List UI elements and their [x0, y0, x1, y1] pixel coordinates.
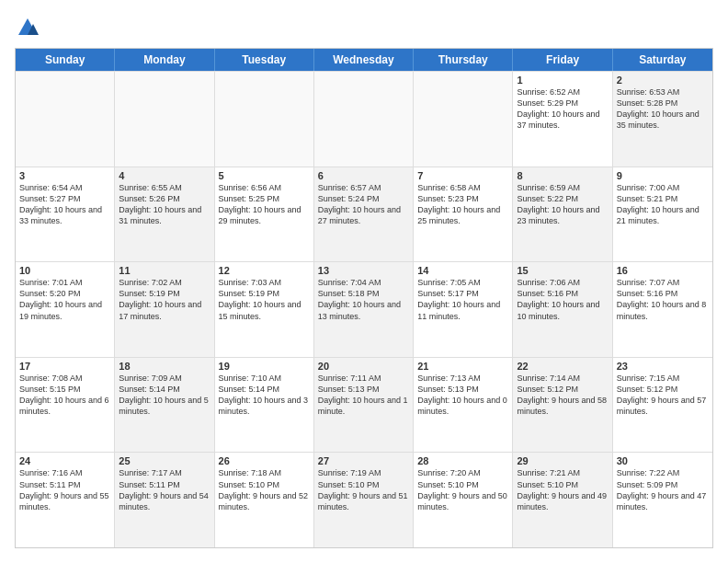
calendar-body: 1Sunrise: 6:52 AM Sunset: 5:29 PM Daylig…	[16, 71, 712, 547]
day-details: Sunrise: 6:52 AM Sunset: 5:29 PM Dayligh…	[517, 86, 608, 132]
calendar-cell: 27Sunrise: 7:19 AM Sunset: 5:10 PM Dayli…	[314, 453, 414, 547]
day-number: 13	[318, 265, 409, 276]
calendar-cell: 9Sunrise: 7:00 AM Sunset: 5:21 PM Daylig…	[613, 167, 712, 262]
calendar-cell: 26Sunrise: 7:18 AM Sunset: 5:10 PM Dayli…	[215, 453, 314, 547]
header-day-tuesday: Tuesday	[215, 49, 314, 71]
calendar-week-4: 17Sunrise: 7:08 AM Sunset: 5:15 PM Dayli…	[16, 357, 712, 453]
day-details: Sunrise: 7:07 AM Sunset: 5:16 PM Dayligh…	[617, 277, 709, 322]
logo	[15, 15, 44, 40]
day-details: Sunrise: 7:19 AM Sunset: 5:10 PM Dayligh…	[318, 467, 409, 512]
calendar-cell: 2Sunrise: 6:53 AM Sunset: 5:28 PM Daylig…	[613, 72, 712, 167]
day-details: Sunrise: 6:54 AM Sunset: 5:27 PM Dayligh…	[19, 182, 110, 227]
day-number: 1	[517, 75, 608, 86]
day-number: 7	[417, 170, 508, 181]
day-number: 8	[517, 170, 608, 181]
calendar-cell	[16, 72, 115, 167]
day-details: Sunrise: 7:15 AM Sunset: 5:12 PM Dayligh…	[617, 373, 709, 418]
calendar-cell: 12Sunrise: 7:03 AM Sunset: 5:19 PM Dayli…	[215, 262, 314, 357]
day-details: Sunrise: 7:08 AM Sunset: 5:15 PM Dayligh…	[19, 373, 110, 418]
header-day-thursday: Thursday	[414, 49, 513, 71]
calendar-cell: 22Sunrise: 7:14 AM Sunset: 5:12 PM Dayli…	[513, 358, 612, 453]
day-details: Sunrise: 7:14 AM Sunset: 5:12 PM Dayligh…	[517, 373, 608, 418]
calendar-cell: 4Sunrise: 6:55 AM Sunset: 5:26 PM Daylig…	[115, 167, 214, 262]
calendar: SundayMondayTuesdayWednesdayThursdayFrid…	[15, 48, 713, 548]
calendar-cell: 14Sunrise: 7:05 AM Sunset: 5:17 PM Dayli…	[414, 262, 513, 357]
header-day-wednesday: Wednesday	[314, 49, 414, 71]
calendar-cell: 3Sunrise: 6:54 AM Sunset: 5:27 PM Daylig…	[16, 167, 115, 262]
day-details: Sunrise: 7:16 AM Sunset: 5:11 PM Dayligh…	[19, 467, 110, 512]
day-number: 12	[219, 265, 310, 276]
day-details: Sunrise: 7:13 AM Sunset: 5:13 PM Dayligh…	[417, 373, 508, 418]
day-number: 29	[517, 455, 608, 466]
day-number: 28	[417, 455, 508, 466]
day-number: 14	[417, 265, 508, 276]
page: SundayMondayTuesdayWednesdayThursdayFrid…	[0, 0, 728, 563]
day-details: Sunrise: 7:00 AM Sunset: 5:21 PM Dayligh…	[617, 182, 709, 227]
day-details: Sunrise: 7:09 AM Sunset: 5:14 PM Dayligh…	[119, 373, 210, 418]
header-day-monday: Monday	[115, 49, 214, 71]
day-number: 17	[19, 361, 110, 372]
header-area	[15, 15, 713, 40]
calendar-cell: 23Sunrise: 7:15 AM Sunset: 5:12 PM Dayli…	[613, 358, 712, 453]
day-number: 16	[617, 265, 709, 276]
calendar-cell	[314, 72, 414, 167]
calendar-cell: 5Sunrise: 6:56 AM Sunset: 5:25 PM Daylig…	[215, 167, 314, 262]
day-number: 24	[19, 455, 110, 466]
calendar-cell: 19Sunrise: 7:10 AM Sunset: 5:14 PM Dayli…	[215, 358, 314, 453]
calendar-cell: 29Sunrise: 7:21 AM Sunset: 5:10 PM Dayli…	[513, 453, 612, 547]
day-details: Sunrise: 6:59 AM Sunset: 5:22 PM Dayligh…	[517, 182, 608, 227]
calendar-cell: 6Sunrise: 6:57 AM Sunset: 5:24 PM Daylig…	[314, 167, 414, 262]
day-number: 6	[318, 170, 409, 181]
day-details: Sunrise: 7:18 AM Sunset: 5:10 PM Dayligh…	[219, 467, 310, 512]
calendar-cell: 10Sunrise: 7:01 AM Sunset: 5:20 PM Dayli…	[16, 262, 115, 357]
calendar-week-3: 10Sunrise: 7:01 AM Sunset: 5:20 PM Dayli…	[16, 261, 712, 357]
day-number: 9	[617, 170, 709, 181]
day-details: Sunrise: 7:04 AM Sunset: 5:18 PM Dayligh…	[318, 277, 409, 322]
calendar-cell: 30Sunrise: 7:22 AM Sunset: 5:09 PM Dayli…	[613, 453, 712, 547]
logo-icon	[15, 15, 40, 40]
day-number: 20	[318, 361, 409, 372]
day-number: 15	[517, 265, 608, 276]
calendar-cell: 16Sunrise: 7:07 AM Sunset: 5:16 PM Dayli…	[613, 262, 712, 357]
day-number: 18	[119, 361, 210, 372]
day-details: Sunrise: 7:06 AM Sunset: 5:16 PM Dayligh…	[517, 277, 608, 322]
day-details: Sunrise: 7:03 AM Sunset: 5:19 PM Dayligh…	[219, 277, 310, 322]
calendar-cell	[115, 72, 214, 167]
day-number: 25	[119, 455, 210, 466]
day-number: 23	[617, 361, 709, 372]
day-number: 22	[517, 361, 608, 372]
day-number: 21	[417, 361, 508, 372]
calendar-header: SundayMondayTuesdayWednesdayThursdayFrid…	[16, 49, 712, 71]
header-day-saturday: Saturday	[613, 49, 712, 71]
calendar-cell: 7Sunrise: 6:58 AM Sunset: 5:23 PM Daylig…	[414, 167, 513, 262]
calendar-cell: 20Sunrise: 7:11 AM Sunset: 5:13 PM Dayli…	[314, 358, 414, 453]
calendar-cell	[414, 72, 513, 167]
day-number: 27	[318, 455, 409, 466]
day-details: Sunrise: 7:10 AM Sunset: 5:14 PM Dayligh…	[219, 373, 310, 418]
calendar-week-1: 1Sunrise: 6:52 AM Sunset: 5:29 PM Daylig…	[16, 71, 712, 167]
calendar-week-2: 3Sunrise: 6:54 AM Sunset: 5:27 PM Daylig…	[16, 167, 712, 262]
day-number: 5	[219, 170, 310, 181]
calendar-cell: 8Sunrise: 6:59 AM Sunset: 5:22 PM Daylig…	[513, 167, 612, 262]
calendar-cell: 24Sunrise: 7:16 AM Sunset: 5:11 PM Dayli…	[16, 453, 115, 547]
calendar-cell: 13Sunrise: 7:04 AM Sunset: 5:18 PM Dayli…	[314, 262, 414, 357]
day-number: 30	[617, 455, 709, 466]
day-details: Sunrise: 6:55 AM Sunset: 5:26 PM Dayligh…	[119, 182, 210, 227]
day-number: 10	[19, 265, 110, 276]
calendar-cell: 17Sunrise: 7:08 AM Sunset: 5:15 PM Dayli…	[16, 358, 115, 453]
calendar-cell: 15Sunrise: 7:06 AM Sunset: 5:16 PM Dayli…	[513, 262, 612, 357]
day-details: Sunrise: 7:20 AM Sunset: 5:10 PM Dayligh…	[417, 467, 508, 512]
day-number: 11	[119, 265, 210, 276]
day-details: Sunrise: 7:22 AM Sunset: 5:09 PM Dayligh…	[617, 467, 709, 512]
calendar-week-5: 24Sunrise: 7:16 AM Sunset: 5:11 PM Dayli…	[16, 452, 712, 547]
calendar-cell: 18Sunrise: 7:09 AM Sunset: 5:14 PM Dayli…	[115, 358, 214, 453]
day-details: Sunrise: 7:17 AM Sunset: 5:11 PM Dayligh…	[119, 467, 210, 512]
day-number: 2	[617, 75, 709, 86]
calendar-cell: 25Sunrise: 7:17 AM Sunset: 5:11 PM Dayli…	[115, 453, 214, 547]
day-number: 4	[119, 170, 210, 181]
day-number: 3	[19, 170, 110, 181]
day-number: 26	[219, 455, 310, 466]
day-details: Sunrise: 6:57 AM Sunset: 5:24 PM Dayligh…	[318, 182, 409, 227]
day-details: Sunrise: 7:05 AM Sunset: 5:17 PM Dayligh…	[417, 277, 508, 322]
calendar-cell: 11Sunrise: 7:02 AM Sunset: 5:19 PM Dayli…	[115, 262, 214, 357]
